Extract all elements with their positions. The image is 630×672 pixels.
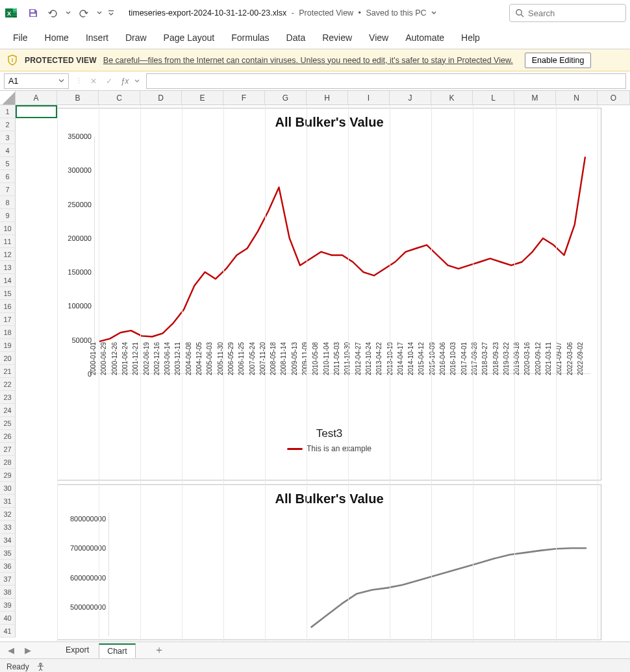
column-header-J[interactable]: J: [390, 91, 431, 105]
column-header-D[interactable]: D: [140, 91, 182, 105]
row-header-40[interactable]: 40: [0, 612, 16, 625]
chart-1-xtick: 2014-10-14: [407, 342, 414, 375]
row-header-21[interactable]: 21: [0, 365, 16, 378]
row-header-27[interactable]: 27: [0, 443, 16, 456]
enable-editing-button[interactable]: Enable Editing: [525, 53, 592, 68]
row-header-20[interactable]: 20: [0, 352, 16, 365]
row-header-22[interactable]: 22: [0, 378, 16, 391]
column-header-G[interactable]: G: [265, 91, 307, 105]
add-sheet-icon[interactable]: ＋: [154, 643, 164, 657]
row-headers: 1234567891011121314151617181920212223242…: [0, 105, 16, 638]
qat-customize-icon[interactable]: [107, 5, 116, 21]
row-header-37[interactable]: 37: [0, 573, 16, 586]
row-header-15[interactable]: 15: [0, 287, 16, 300]
select-all-button[interactable]: [0, 91, 16, 105]
ribbon-tab-formulas[interactable]: Formulas: [230, 29, 270, 47]
ribbon-tab-help[interactable]: Help: [460, 29, 481, 47]
column-header-C[interactable]: C: [99, 91, 140, 105]
formula-input[interactable]: [146, 73, 626, 89]
row-header-18[interactable]: 18: [0, 326, 16, 339]
column-header-M[interactable]: M: [514, 91, 556, 105]
row-header-28[interactable]: 28: [0, 456, 16, 469]
row-header-6[interactable]: 6: [0, 170, 16, 183]
row-header-13[interactable]: 13: [0, 261, 16, 274]
sheet-nav-prev-icon[interactable]: ◀: [5, 645, 17, 655]
ribbon-tab-insert[interactable]: Insert: [84, 29, 110, 47]
redo-icon[interactable]: [75, 5, 92, 21]
row-header-5[interactable]: 5: [0, 157, 16, 170]
column-header-A[interactable]: A: [16, 91, 57, 105]
redo-dropdown-icon[interactable]: [95, 5, 104, 21]
row-header-23[interactable]: 23: [0, 391, 16, 404]
ribbon-tab-page-layout[interactable]: Page Layout: [162, 29, 216, 47]
ribbon-tab-file[interactable]: File: [12, 29, 29, 47]
sheet-tab-export[interactable]: Export: [57, 643, 97, 658]
row-header-10[interactable]: 10: [0, 222, 16, 235]
worksheet-grid[interactable]: 1234567891011121314151617181920212223242…: [0, 105, 630, 641]
row-header-9[interactable]: 9: [0, 209, 16, 222]
column-header-E[interactable]: E: [182, 91, 223, 105]
row-header-39[interactable]: 39: [0, 599, 16, 612]
column-header-O[interactable]: O: [598, 91, 630, 105]
svg-rect-3: [13, 11, 17, 14]
accessibility-icon[interactable]: [36, 662, 45, 672]
ribbon-tab-data[interactable]: Data: [285, 29, 307, 47]
sheet-nav-next-icon[interactable]: ▶: [22, 645, 34, 655]
enter-formula-icon[interactable]: ✓: [102, 74, 116, 88]
row-header-36[interactable]: 36: [0, 560, 16, 573]
row-header-41[interactable]: 41: [0, 625, 16, 638]
column-header-K[interactable]: K: [431, 91, 473, 105]
fx-dropdown-icon[interactable]: [133, 74, 141, 88]
row-header-4[interactable]: 4: [0, 144, 16, 157]
ribbon-tab-view[interactable]: View: [368, 29, 390, 47]
row-header-16[interactable]: 16: [0, 300, 16, 313]
row-header-25[interactable]: 25: [0, 417, 16, 430]
row-header-24[interactable]: 24: [0, 404, 16, 417]
chart-2[interactable]: All Bulker's Value 500000000600000000700…: [57, 484, 601, 640]
chart-1-xtick: 2018-09-23: [492, 342, 499, 375]
column-header-F[interactable]: F: [223, 91, 265, 105]
undo-dropdown-icon[interactable]: [64, 5, 73, 21]
column-header-H[interactable]: H: [307, 91, 348, 105]
row-header-33[interactable]: 33: [0, 521, 16, 534]
chart-1-xtick: 2003-12-11: [174, 342, 181, 375]
row-header-32[interactable]: 32: [0, 508, 16, 521]
row-header-17[interactable]: 17: [0, 313, 16, 326]
search-input[interactable]: Search: [509, 4, 626, 22]
ribbon-tab-draw[interactable]: Draw: [124, 29, 148, 47]
ribbon-tab-home[interactable]: Home: [44, 29, 70, 47]
row-header-31[interactable]: 31: [0, 495, 16, 508]
row-header-35[interactable]: 35: [0, 547, 16, 560]
row-header-14[interactable]: 14: [0, 274, 16, 287]
undo-icon[interactable]: [44, 5, 61, 21]
sheet-tab-chart[interactable]: Chart: [99, 643, 136, 658]
title-dropdown-icon[interactable]: [431, 10, 437, 16]
ribbon-tab-automate[interactable]: Automate: [404, 29, 446, 47]
name-box[interactable]: A1: [4, 73, 69, 89]
row-header-30[interactable]: 30: [0, 482, 16, 495]
save-icon[interactable]: [25, 5, 42, 21]
row-header-1[interactable]: 1: [0, 105, 16, 118]
row-header-38[interactable]: 38: [0, 586, 16, 599]
fx-icon[interactable]: ƒx: [118, 74, 132, 88]
cancel-formula-icon[interactable]: ✕: [86, 74, 101, 88]
column-header-B[interactable]: B: [57, 91, 99, 105]
row-header-19[interactable]: 19: [0, 339, 16, 352]
row-header-8[interactable]: 8: [0, 196, 16, 209]
row-header-29[interactable]: 29: [0, 469, 16, 482]
row-header-26[interactable]: 26: [0, 430, 16, 443]
row-header-12[interactable]: 12: [0, 248, 16, 261]
chart-1[interactable]: All Bulker's Value 050000100000150000200…: [57, 108, 601, 480]
row-header-11[interactable]: 11: [0, 235, 16, 248]
chart-1-xtick: 2015-10-09: [429, 342, 436, 375]
protected-view-message[interactable]: Be careful—files from the Internet can c…: [103, 56, 513, 65]
column-header-L[interactable]: L: [473, 91, 514, 105]
name-box-dropdown-icon[interactable]: [58, 78, 64, 84]
column-header-N[interactable]: N: [556, 91, 598, 105]
row-header-34[interactable]: 34: [0, 534, 16, 547]
ribbon-tab-review[interactable]: Review: [321, 29, 353, 47]
column-header-I[interactable]: I: [348, 91, 390, 105]
row-header-2[interactable]: 2: [0, 118, 16, 131]
row-header-7[interactable]: 7: [0, 183, 16, 196]
row-header-3[interactable]: 3: [0, 131, 16, 144]
